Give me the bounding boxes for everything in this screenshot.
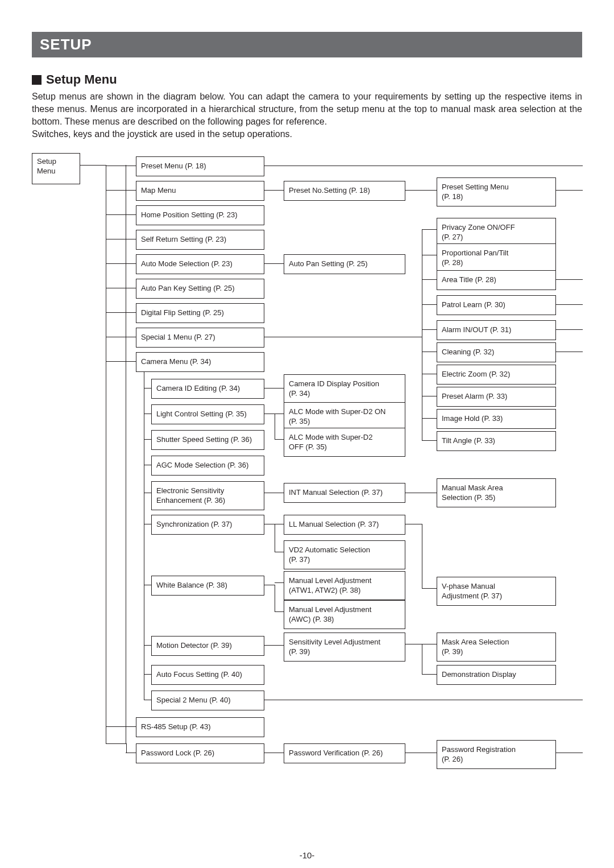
privacy-zone: Privacy Zone ON/OFF (P. 27) bbox=[437, 218, 556, 247]
page-number: -10- bbox=[0, 850, 614, 860]
connector bbox=[264, 585, 275, 585]
connector bbox=[106, 312, 136, 313]
menu-diagram: Setup Menu Preset Menu (P. 18) Map Menu … bbox=[32, 153, 582, 773]
connector bbox=[422, 396, 437, 396]
ll-manual: LL Manual Selection (P. 37) bbox=[284, 515, 405, 534]
synchronization: Synchronization (P. 37) bbox=[151, 515, 264, 534]
shutter-speed: Shutter Speed Setting (P. 36) bbox=[151, 430, 264, 449]
connector bbox=[106, 239, 136, 239]
light-control: Light Control Setting (P. 35) bbox=[151, 404, 264, 424]
int-manual: INT Manual Selection (P. 37) bbox=[284, 483, 405, 502]
connector bbox=[405, 493, 437, 493]
image-hold: Image Hold (P. 33) bbox=[437, 409, 556, 428]
alc-d2-on: ALC Mode with Super-D2 ON (P. 35) bbox=[284, 402, 405, 431]
connector bbox=[422, 374, 437, 374]
connector bbox=[264, 524, 275, 524]
agc-mode: AGC Mode Selection (P. 36) bbox=[151, 456, 264, 475]
connector bbox=[422, 524, 422, 588]
connector bbox=[422, 644, 437, 644]
connector bbox=[422, 644, 422, 674]
sensitivity-level: Sensitivity Level Adjustment (P. 39) bbox=[284, 633, 405, 662]
white-balance: White Balance (P. 38) bbox=[151, 576, 264, 595]
alc-d2-off: ALC Mode with Super-D2 OFF (P. 35) bbox=[284, 428, 405, 457]
connector bbox=[264, 388, 284, 388]
connector bbox=[275, 414, 284, 414]
connector bbox=[126, 743, 127, 753]
special2-menu: Special 2 Menu (P. 40) bbox=[151, 691, 264, 710]
auto-focus: Auto Focus Setting (P. 40) bbox=[151, 665, 264, 684]
mask-area-selection: Mask Area Selection (P. 39) bbox=[437, 633, 556, 662]
connector bbox=[106, 190, 136, 191]
connector bbox=[144, 585, 151, 585]
section-title-text: Setup Menu bbox=[46, 72, 117, 87]
demonstration-display: Demonstration Display bbox=[437, 665, 556, 684]
connector bbox=[422, 279, 437, 280]
setup-menu-root: Setup Menu bbox=[32, 153, 80, 184]
connector bbox=[144, 388, 151, 388]
connector bbox=[275, 552, 284, 552]
intro-paragraph: Setup menus are shown in the diagram bel… bbox=[32, 90, 582, 140]
connector bbox=[422, 588, 437, 589]
area-title: Area Title (P. 28) bbox=[437, 270, 556, 290]
setup-title: SETUP bbox=[40, 36, 92, 53]
digital-flip: Digital Flip Setting (P. 25) bbox=[136, 303, 264, 323]
connector bbox=[264, 493, 284, 493]
connector bbox=[556, 753, 583, 753]
password-registration: Password Registration (P. 26) bbox=[437, 740, 556, 769]
setup-title-bar: SETUP bbox=[32, 32, 582, 57]
cleaning: Cleaning (P. 32) bbox=[437, 342, 556, 362]
connector bbox=[422, 418, 437, 419]
connector bbox=[144, 465, 151, 465]
section-title: Setup Menu bbox=[32, 72, 582, 87]
connector bbox=[264, 337, 422, 337]
preset-menu: Preset Menu (P. 18) bbox=[136, 156, 264, 176]
connector bbox=[264, 753, 284, 753]
connector bbox=[106, 166, 136, 166]
connector bbox=[264, 190, 284, 191]
connector bbox=[556, 279, 583, 280]
patrol-learn: Patrol Learn (P. 30) bbox=[437, 295, 556, 315]
proportional-pt: Proportional Pan/Tilt (P. 28) bbox=[437, 243, 556, 272]
connector bbox=[422, 440, 437, 441]
connector bbox=[264, 414, 275, 414]
connector bbox=[275, 585, 275, 611]
connector bbox=[144, 645, 151, 646]
square-bullet-icon bbox=[32, 75, 42, 85]
connector bbox=[422, 229, 437, 230]
alarm-in-out: Alarm IN/OUT (P. 31) bbox=[437, 320, 556, 340]
vd2-auto: VD2 Automatic Selection (P. 37) bbox=[284, 540, 405, 569]
connector bbox=[126, 165, 126, 743]
connector bbox=[144, 414, 151, 414]
camera-id-display-pos: Camera ID Display Position (P. 34) bbox=[284, 374, 405, 403]
connector bbox=[275, 524, 284, 524]
connector bbox=[144, 371, 144, 700]
connector bbox=[144, 674, 151, 675]
connector bbox=[106, 288, 136, 288]
special1-menu: Special 1 Menu (P. 27) bbox=[136, 328, 264, 347]
preset-no-setting: Preset No.Setting (P. 18) bbox=[284, 181, 405, 200]
auto-pan-setting: Auto Pan Setting (P. 25) bbox=[284, 254, 405, 274]
vphase-manual: V-phase Manual Adjustment (P. 37) bbox=[437, 577, 556, 606]
electric-zoom: Electric Zoom (P. 32) bbox=[437, 365, 556, 384]
connector bbox=[422, 304, 437, 305]
connector bbox=[80, 165, 106, 166]
connector bbox=[556, 190, 583, 191]
connector bbox=[556, 304, 583, 305]
auto-mode-selection: Auto Mode Selection (P. 23) bbox=[136, 254, 264, 274]
preset-setting-menu: Preset Setting Menu (P. 18) bbox=[437, 177, 556, 206]
tilt-angle: Tilt Angle (P. 33) bbox=[437, 431, 556, 450]
connector bbox=[405, 644, 422, 644]
password-verification: Password Verification (P. 26) bbox=[284, 743, 405, 763]
connector bbox=[106, 165, 106, 743]
connector bbox=[275, 582, 284, 583]
connector bbox=[275, 524, 275, 552]
connector bbox=[106, 263, 136, 264]
connector bbox=[405, 524, 422, 524]
connector bbox=[144, 700, 151, 700]
connector bbox=[275, 439, 284, 440]
password-lock: Password Lock (P. 26) bbox=[136, 743, 264, 763]
connector bbox=[405, 190, 437, 191]
connector bbox=[422, 329, 437, 330]
connector bbox=[422, 352, 437, 352]
connector bbox=[106, 361, 136, 362]
